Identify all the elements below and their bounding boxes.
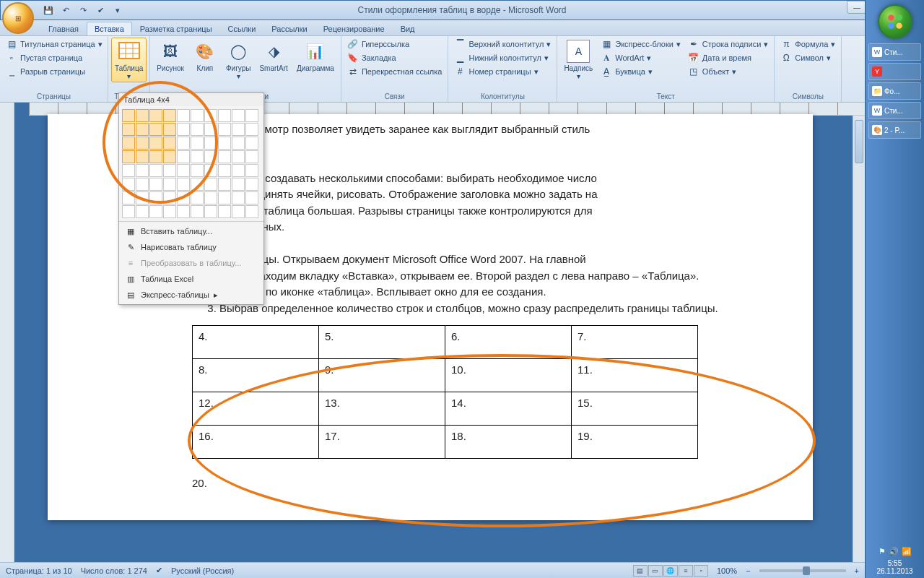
vertical-scrollbar[interactable] bbox=[853, 116, 865, 562]
btn-page-number[interactable]: #Номер страницы ▾ bbox=[451, 65, 554, 78]
qat-redo[interactable]: ↷ bbox=[76, 3, 90, 17]
grid-cell[interactable] bbox=[177, 191, 190, 204]
menu-express-tables[interactable]: ▤Экспресс-таблицы ▸ bbox=[119, 287, 263, 303]
grid-cell[interactable] bbox=[191, 205, 204, 218]
grid-cell[interactable] bbox=[245, 109, 258, 122]
view-web[interactable]: 🌐 bbox=[663, 565, 678, 577]
btn-crossref[interactable]: ⇄Перекрестная ссылка bbox=[344, 65, 445, 78]
grid-cell[interactable] bbox=[149, 205, 162, 218]
grid-cell[interactable] bbox=[163, 191, 176, 204]
tab-view[interactable]: Вид bbox=[393, 22, 423, 35]
scrollbar-thumb[interactable] bbox=[855, 120, 863, 163]
grid-cell[interactable] bbox=[245, 178, 258, 191]
btn-wordart[interactable]: 𝐀WordArt ▾ bbox=[598, 51, 684, 64]
taskbar-item[interactable]: WСти... bbox=[868, 43, 921, 61]
grid-cell[interactable] bbox=[245, 191, 258, 204]
grid-cell[interactable] bbox=[149, 137, 162, 150]
btn-date-time[interactable]: 📅Дата и время bbox=[685, 51, 771, 64]
document-table[interactable]: 4.5.6.7. 8.9.10.11. 12.13.14.15. 16.17.1… bbox=[192, 325, 698, 459]
minimize-button[interactable]: — bbox=[847, 1, 867, 14]
grid-cell[interactable] bbox=[149, 164, 162, 177]
grid-cell[interactable] bbox=[218, 137, 231, 150]
grid-cell[interactable] bbox=[122, 109, 135, 122]
btn-page-break[interactable]: ⎯Разрыв страницы bbox=[3, 65, 105, 78]
tray-volume-icon[interactable]: 🔊 bbox=[889, 547, 899, 556]
tray-time[interactable]: 5:55 bbox=[866, 559, 924, 567]
btn-shapes[interactable]: ◯Фигуры▾ bbox=[222, 38, 254, 82]
grid-cell[interactable] bbox=[191, 150, 204, 163]
grid-cell[interactable] bbox=[163, 178, 176, 191]
btn-chart[interactable]: 📊Диаграмма bbox=[293, 38, 338, 74]
grid-cell[interactable] bbox=[218, 205, 231, 218]
btn-picture[interactable]: 🖼Рисунок bbox=[153, 38, 188, 74]
btn-footer[interactable]: ▁Нижний колонтитул ▾ bbox=[451, 51, 554, 64]
grid-cell[interactable] bbox=[163, 109, 176, 122]
grid-cell[interactable] bbox=[191, 123, 204, 136]
status-spellcheck-icon[interactable]: ✔ bbox=[156, 566, 162, 575]
view-outline[interactable]: ≡ bbox=[679, 565, 693, 577]
grid-cell[interactable] bbox=[191, 137, 204, 150]
grid-cell[interactable] bbox=[232, 123, 245, 136]
grid-cell[interactable] bbox=[204, 178, 217, 191]
btn-symbol[interactable]: ΩСимвол ▾ bbox=[777, 51, 838, 64]
grid-cell[interactable] bbox=[204, 164, 217, 177]
grid-cell[interactable] bbox=[163, 150, 176, 163]
grid-cell[interactable] bbox=[232, 109, 245, 122]
btn-equation[interactable]: πФормула ▾ bbox=[777, 38, 838, 51]
table-size-grid[interactable] bbox=[119, 106, 263, 221]
zoom-out[interactable]: − bbox=[746, 566, 750, 575]
grid-cell[interactable] bbox=[122, 164, 135, 177]
grid-cell[interactable] bbox=[136, 123, 149, 136]
tab-mailings[interactable]: Рассылки bbox=[263, 22, 315, 35]
grid-cell[interactable] bbox=[204, 205, 217, 218]
grid-cell[interactable] bbox=[204, 109, 217, 122]
grid-cell[interactable] bbox=[122, 137, 135, 150]
grid-cell[interactable] bbox=[232, 205, 245, 218]
grid-cell[interactable] bbox=[218, 109, 231, 122]
grid-cell[interactable] bbox=[136, 191, 149, 204]
grid-cell[interactable] bbox=[177, 150, 190, 163]
grid-cell[interactable] bbox=[149, 178, 162, 191]
grid-cell[interactable] bbox=[245, 164, 258, 177]
grid-cell[interactable] bbox=[136, 109, 149, 122]
taskbar-item[interactable]: WСти... bbox=[868, 102, 921, 119]
grid-cell[interactable] bbox=[245, 150, 258, 163]
btn-smartart[interactable]: ⬗SmartArt bbox=[256, 38, 291, 74]
zoom-level[interactable]: 100% bbox=[717, 566, 737, 575]
grid-cell[interactable] bbox=[218, 123, 231, 136]
grid-cell[interactable] bbox=[149, 150, 162, 163]
grid-cell[interactable] bbox=[149, 191, 162, 204]
tab-insert[interactable]: Вставка bbox=[87, 22, 132, 35]
grid-cell[interactable] bbox=[177, 178, 190, 191]
grid-cell[interactable] bbox=[245, 123, 258, 136]
view-full-screen[interactable]: ▭ bbox=[648, 565, 663, 577]
taskbar-item[interactable]: 📁Фо... bbox=[868, 82, 921, 100]
grid-cell[interactable] bbox=[232, 137, 245, 150]
btn-textbox[interactable]: AНадпись▾ bbox=[560, 38, 596, 82]
grid-cell[interactable] bbox=[191, 109, 204, 122]
btn-header[interactable]: ▔Верхний колонтитул ▾ bbox=[451, 38, 554, 51]
tab-references[interactable]: Ссылки bbox=[220, 22, 264, 35]
grid-cell[interactable] bbox=[136, 205, 149, 218]
tray-network-icon[interactable]: 📶 bbox=[902, 547, 912, 556]
grid-cell[interactable] bbox=[177, 109, 190, 122]
grid-cell[interactable] bbox=[218, 178, 231, 191]
grid-cell[interactable] bbox=[218, 150, 231, 163]
grid-cell[interactable] bbox=[122, 205, 135, 218]
menu-insert-table[interactable]: ▦Вставить таблицу... bbox=[119, 223, 263, 239]
btn-blank-page[interactable]: ▫Пустая страница bbox=[3, 51, 105, 64]
grid-cell[interactable] bbox=[177, 137, 190, 150]
grid-cell[interactable] bbox=[245, 137, 258, 150]
btn-signature-line[interactable]: ✒Строка подписи ▾ bbox=[685, 38, 771, 51]
tab-review[interactable]: Рецензирование bbox=[315, 22, 393, 35]
tab-page-layout[interactable]: Разметка страницы bbox=[132, 22, 220, 35]
btn-object[interactable]: ◳Объект ▾ bbox=[685, 65, 771, 78]
view-print-layout[interactable]: ▤ bbox=[633, 565, 648, 577]
status-words[interactable]: Число слов: 1 274 bbox=[81, 566, 147, 575]
grid-cell[interactable] bbox=[232, 191, 245, 204]
view-draft[interactable]: ▫ bbox=[694, 565, 708, 577]
grid-cell[interactable] bbox=[191, 191, 204, 204]
grid-cell[interactable] bbox=[149, 109, 162, 122]
grid-cell[interactable] bbox=[204, 191, 217, 204]
menu-excel-table[interactable]: ▥Таблица Excel bbox=[119, 271, 263, 287]
